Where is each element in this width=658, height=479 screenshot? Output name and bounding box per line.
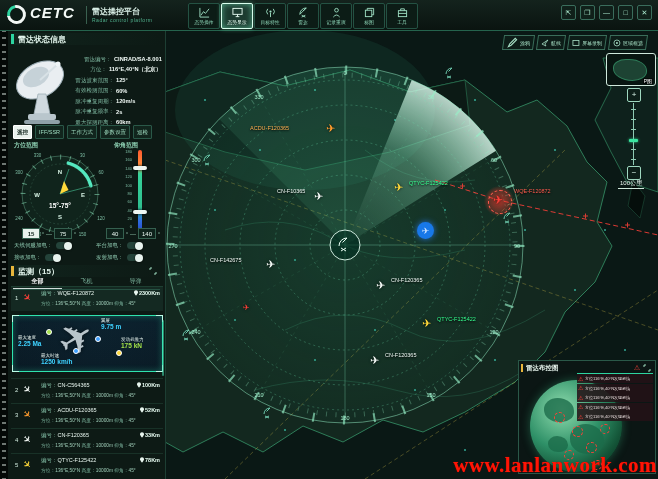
tab-plotting[interactable]: 标图 xyxy=(353,3,385,29)
layers-icon xyxy=(364,7,375,18)
map-plane-label: CN-F120365 xyxy=(391,277,423,283)
svg-text:270: 270 xyxy=(168,243,177,249)
elevation-range-inputs: 40 ° — 140 ° xyxy=(106,228,160,239)
screen-record-button[interactable]: 屏幕录制 xyxy=(567,35,607,50)
tab-radar[interactable]: 雷达 xyxy=(287,3,319,29)
toolbox-icon xyxy=(397,7,408,18)
zoom-slider-handle[interactable] xyxy=(629,139,638,142)
azimuth-range-inputs: 15 ° — 75 ° xyxy=(22,228,76,239)
tab-record-replay[interactable]: 记录重演 xyxy=(320,3,352,29)
region-icon xyxy=(613,39,621,47)
platform-power-toggle[interactable] xyxy=(127,242,143,249)
map-plane-qtyc2[interactable]: ✈ xyxy=(422,318,431,329)
region-select-button[interactable]: 区域框选 xyxy=(608,35,648,50)
main-nav: 态势操作 态势显示 目标特性 雷达 记录重演 标图 xyxy=(188,3,418,29)
target-list-item[interactable]: 5 ✈ 编号：QTYC-F125422 78Km 方位：136°E,50°N 高… xyxy=(11,453,163,478)
target-list-item[interactable]: 3 ✈ 编号：ACDU-F120365 52Km 方位：136°E,50°N 高… xyxy=(11,403,163,428)
map-plane-cn3[interactable]: ✈ xyxy=(376,280,385,291)
tab-tools[interactable]: 工具 xyxy=(386,3,418,29)
spec-max-kmh: 最大时速 1250 km/h xyxy=(41,353,72,366)
map-plane-acdu[interactable]: ✈ xyxy=(326,123,335,134)
minimap-label: P图 xyxy=(643,78,653,84)
elevation-slider[interactable] xyxy=(138,150,142,230)
tab-parameters[interactable]: 参数设置 xyxy=(100,125,130,139)
svg-text:120: 120 xyxy=(97,216,105,221)
svg-text:90: 90 xyxy=(514,243,520,249)
expand-icon[interactable] xyxy=(643,364,651,372)
target-list-item[interactable]: 2 ✈ 编号：CN-C564365 100Km 方位：136°E,50°N 高度… xyxy=(11,378,163,403)
map-plane-friendly-blue[interactable]: ✈ xyxy=(417,222,434,239)
window-maximize-button[interactable]: □ xyxy=(618,5,633,20)
alert-item[interactable]: ⚠方位116°E,40°N发现敌情 xyxy=(577,412,653,421)
zoom-out-button[interactable]: − xyxy=(627,166,641,180)
monitor-header: 监测（15） xyxy=(11,265,161,277)
elevation-tick-labels: 180160 140120 10080 6040 200 xyxy=(112,150,132,230)
alert-item[interactable]: ⚠方位116°E,40°N发现敌情 xyxy=(577,384,653,393)
target-list-item[interactable]: 1 ✈ 编号：WQE-F120872 2300Km 方位：136°E,50°N … xyxy=(11,286,163,311)
tab-situation-display[interactable]: 态势显示 xyxy=(221,3,253,29)
receive-power-toggle[interactable] xyxy=(45,254,61,261)
zoom-slider-track[interactable] xyxy=(633,103,634,165)
window-close-button[interactable]: ✕ xyxy=(637,5,652,20)
window-minimize-button[interactable]: — xyxy=(599,5,614,20)
map-plane-label: CN-F10365 xyxy=(277,188,305,194)
tab-target-properties[interactable]: 目标特性 xyxy=(254,3,286,29)
svg-text:330: 330 xyxy=(34,153,42,158)
tab-remote-control[interactable]: 遥控 xyxy=(13,125,32,139)
alert-item[interactable]: ⚠方位116°E,40°N发现敌情 xyxy=(577,403,653,412)
alert-item[interactable]: ⚠方位116°E,40°N发现敌情 xyxy=(577,373,653,383)
azimuth-to-input[interactable]: 75 xyxy=(54,228,72,239)
map-plane-cn1[interactable]: ✈ xyxy=(314,191,323,202)
doodle-button[interactable]: 涂鸦 xyxy=(502,35,535,50)
callout-dot xyxy=(46,329,52,335)
map-plane-cn2[interactable]: ✈ xyxy=(266,259,275,270)
window-clone-button[interactable]: ❐ xyxy=(580,5,595,20)
svg-text:300: 300 xyxy=(191,157,200,163)
list-scrollbar[interactable] xyxy=(162,320,164,376)
expand-icon[interactable] xyxy=(149,267,157,275)
location-pin-icon xyxy=(140,407,144,413)
svg-text:W: W xyxy=(34,192,40,198)
zoom-control: + − xyxy=(627,88,640,180)
svg-text:210: 210 xyxy=(254,392,263,398)
elevation-handle-lower[interactable] xyxy=(133,210,147,214)
route-button[interactable]: 航线 xyxy=(536,35,566,50)
radar-ppi-display: 0 30 60 90 120 150 180 210 240 270 300 3… xyxy=(165,65,525,425)
tab-inspection[interactable]: 巡检 xyxy=(133,125,152,139)
map-plane-label: CN-F142675 xyxy=(210,257,242,263)
azimuth-value: 15°-75° xyxy=(49,202,71,209)
elevation-to-input[interactable]: 140 xyxy=(138,228,156,239)
map-plane-cn4[interactable]: ✈ xyxy=(370,355,379,366)
callout-dot xyxy=(95,336,101,342)
watermark: www.lanlanwork.com xyxy=(453,453,657,478)
window-controls: ⇱ ❐ — □ ✕ xyxy=(561,5,652,20)
azimuth-from-input[interactable]: 15 xyxy=(22,228,40,239)
fighter-icon-white: ✈ xyxy=(20,433,34,447)
alert-item[interactable]: ⚠方位116°E,40°N发现敌情 xyxy=(577,393,653,402)
tab-iff-ssr[interactable]: IFF/SSR xyxy=(35,125,64,139)
monitor-icon xyxy=(232,7,243,18)
map-plane-wqe-threat[interactable]: ✈ xyxy=(493,194,503,206)
antenna-icon xyxy=(265,7,276,18)
target-list-item[interactable]: 4 ✈ 编号：CN-F120365 33Km 方位：136°E,50°N 高度：… xyxy=(11,428,163,453)
minimap[interactable]: P图 xyxy=(606,53,656,86)
antenna-servo-power-toggle[interactable] xyxy=(56,242,72,249)
map-plane-red-small[interactable]: ✈ xyxy=(243,304,250,312)
window-pin-button[interactable]: ⇱ xyxy=(561,5,576,20)
map-plane-qtyc1[interactable]: ✈ xyxy=(394,182,403,193)
map-plane-label: QTYC-F125422 xyxy=(437,316,476,322)
app-title: 雷达操控平台 xyxy=(92,6,140,17)
transmit-power-toggle[interactable] xyxy=(127,254,143,261)
tab-work-mode[interactable]: 工作方式 xyxy=(67,125,97,139)
elevation-handle-upper[interactable] xyxy=(133,166,147,170)
zoom-in-button[interactable]: + xyxy=(627,88,641,102)
title-bar: CETC 雷达操控平台 Radar control platform 态势操作 … xyxy=(0,0,658,31)
svg-text:60: 60 xyxy=(98,170,104,175)
threat-marker xyxy=(572,426,583,437)
chart-icon xyxy=(199,7,210,18)
fighter-icon-white: ✈ xyxy=(20,383,34,397)
aircraft-detail-card[interactable]: ✈ 翼展 9.75 m 最大速度 2.25 Ma 最大时速 1250 km/h … xyxy=(12,315,163,372)
tab-situation-ops[interactable]: 态势操作 xyxy=(188,3,220,29)
elevation-from-input[interactable]: 40 xyxy=(106,228,124,239)
svg-text:240: 240 xyxy=(15,216,23,221)
